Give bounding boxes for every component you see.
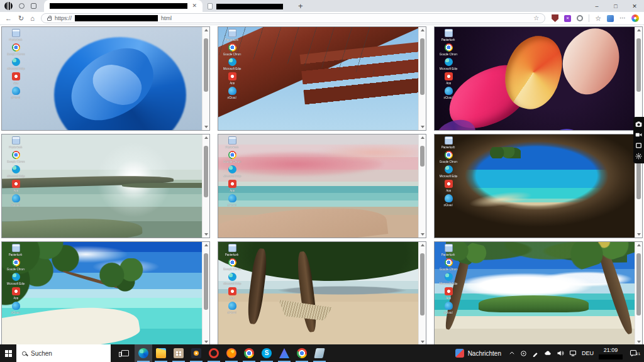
pen-icon[interactable] bbox=[532, 350, 539, 357]
google-chrome-icon bbox=[12, 43, 20, 52]
desktop-icon-recycle-bin: Papierkorb bbox=[436, 29, 460, 41]
taskbar-app-skype[interactable]: S bbox=[258, 344, 275, 362]
scroll-up-arrow[interactable] bbox=[421, 29, 425, 31]
frame-scrollbar[interactable] bbox=[418, 134, 426, 238]
gray-extension-icon[interactable] bbox=[577, 15, 583, 21]
scroll-down-arrow[interactable] bbox=[204, 341, 208, 343]
scroll-up-arrow[interactable] bbox=[637, 244, 641, 246]
firefox-icon bbox=[226, 348, 236, 358]
scroll-up-arrow[interactable] bbox=[204, 136, 208, 139]
desktop-icon-label: Microsoft Edge bbox=[7, 175, 25, 178]
desktop-icon-red-app: App bbox=[436, 180, 460, 192]
taskbar-clock[interactable]: 21:09 bbox=[599, 348, 623, 359]
chevron-up-icon[interactable] bbox=[509, 350, 515, 356]
taskbar-app-movies-tv[interactable] bbox=[187, 344, 205, 362]
red-app-icon bbox=[12, 72, 20, 80]
camera-button[interactable] bbox=[635, 121, 642, 128]
capture-window-button[interactable] bbox=[635, 142, 642, 149]
network-icon[interactable] bbox=[569, 349, 577, 357]
red-app-icon bbox=[445, 180, 453, 188]
window-maximize-button[interactable]: □ bbox=[606, 0, 625, 12]
start-button[interactable] bbox=[0, 344, 16, 362]
frame-scrollbar[interactable] bbox=[202, 242, 209, 344]
frame-scrollbar[interactable] bbox=[418, 242, 426, 344]
google-chrome-icon bbox=[244, 348, 254, 358]
address-bar[interactable]: https:// html ☆ bbox=[41, 13, 545, 23]
scroll-thumb[interactable] bbox=[636, 38, 641, 92]
scroll-down-arrow[interactable] bbox=[204, 233, 208, 236]
scroll-thumb[interactable] bbox=[420, 146, 425, 167]
tab-active[interactable]: ✕ bbox=[44, 0, 203, 12]
scroll-up-arrow[interactable] bbox=[204, 29, 208, 31]
taskbar-app-triangle-app[interactable] bbox=[275, 344, 293, 362]
video-camera-button[interactable] bbox=[635, 131, 642, 138]
taskbar-app-google-chrome[interactable] bbox=[240, 344, 258, 362]
taskbar-app-chrome-2[interactable] bbox=[293, 344, 311, 362]
desktop-frame: PapierkorbGoogle ChromeMicrosoft EdgeApp… bbox=[1, 241, 210, 344]
windows-logo-icon bbox=[5, 350, 12, 357]
desktop-icon-label: Microsoft Edge bbox=[440, 67, 458, 70]
scroll-down-arrow[interactable] bbox=[421, 341, 425, 343]
defender-icon[interactable] bbox=[520, 350, 527, 357]
favorites-icon[interactable]: ☆ bbox=[595, 15, 601, 22]
news-widget-button[interactable]: Nachrichten bbox=[453, 349, 504, 358]
settings-gear-button[interactable] bbox=[635, 153, 642, 160]
window-minimize-button[interactable]: – bbox=[587, 0, 606, 12]
frame-scrollbar[interactable] bbox=[202, 27, 209, 130]
home-icon[interactable]: ⌂ bbox=[30, 15, 35, 22]
triangle-app-icon bbox=[279, 348, 289, 358]
frame-scrollbar[interactable] bbox=[635, 242, 642, 344]
volume-icon[interactable] bbox=[557, 349, 564, 357]
tab-search-icon[interactable] bbox=[19, 3, 25, 9]
scroll-thumb[interactable] bbox=[420, 38, 425, 95]
adblock-extension-icon[interactable] bbox=[552, 14, 558, 22]
scroll-up-arrow[interactable] bbox=[637, 29, 641, 31]
purple-extension-icon[interactable]: ✕ bbox=[564, 15, 571, 22]
vertical-tabs-icon[interactable] bbox=[31, 3, 36, 9]
new-tab-button[interactable]: + bbox=[298, 0, 303, 12]
more-menu-icon[interactable]: ⋯ bbox=[619, 15, 626, 21]
frame-scrollbar[interactable] bbox=[635, 27, 642, 130]
browser-essentials-icon[interactable] bbox=[607, 15, 614, 22]
desktop-frame: PapierkorbGoogle ChromeMicrosoft EdgeApp… bbox=[1, 26, 210, 131]
cloud-icon[interactable] bbox=[544, 349, 552, 357]
wallpaper-abstract-dark-ribbons: PapierkorbGoogle ChromeMicrosoft EdgeApp… bbox=[435, 27, 635, 130]
scroll-thumb[interactable] bbox=[204, 146, 208, 197]
taskbar-app-opera[interactable] bbox=[205, 344, 223, 362]
taskbar-app-microsoft-edge[interactable] bbox=[135, 344, 152, 362]
bookmark-star-icon[interactable]: ☆ bbox=[533, 15, 539, 21]
scroll-down-arrow[interactable] bbox=[204, 126, 208, 128]
back-icon[interactable]: ← bbox=[5, 15, 12, 22]
scroll-down-arrow[interactable] bbox=[421, 126, 425, 128]
taskbar-app-microsoft-store[interactable] bbox=[170, 344, 187, 362]
tab-close-icon[interactable]: ✕ bbox=[192, 3, 197, 9]
tab-inactive[interactable] bbox=[208, 1, 292, 11]
taskbar-app-glass-app[interactable] bbox=[311, 344, 328, 362]
frame-scrollbar[interactable] bbox=[418, 27, 426, 130]
desktop-icon-label: pCloud bbox=[444, 311, 453, 314]
copilot-icon[interactable] bbox=[631, 14, 639, 22]
scroll-up-arrow[interactable] bbox=[421, 136, 425, 139]
clock-time: 21:09 bbox=[604, 348, 618, 353]
window-close-button[interactable]: ✕ bbox=[625, 0, 644, 12]
scroll-down-arrow[interactable] bbox=[421, 233, 425, 236]
scroll-down-arrow[interactable] bbox=[637, 341, 641, 343]
taskbar-search-input[interactable]: Suchen bbox=[16, 344, 111, 362]
scroll-up-arrow[interactable] bbox=[421, 244, 425, 246]
scroll-down-arrow[interactable] bbox=[637, 233, 641, 236]
scroll-thumb[interactable] bbox=[636, 253, 641, 315]
desktop-icon-red-app: App bbox=[4, 72, 28, 85]
taskbar-app-file-explorer[interactable] bbox=[152, 344, 170, 362]
refresh-icon[interactable]: ↻ bbox=[18, 15, 24, 22]
task-view-button[interactable] bbox=[116, 344, 135, 362]
scroll-thumb[interactable] bbox=[204, 253, 208, 310]
taskbar-app-firefox[interactable] bbox=[223, 344, 240, 362]
red-app-icon bbox=[228, 72, 236, 80]
scroll-thumb[interactable] bbox=[204, 38, 208, 92]
frame-scrollbar[interactable] bbox=[202, 134, 209, 238]
keyboard-layout[interactable]: DEU bbox=[582, 350, 594, 356]
scroll-up-arrow[interactable] bbox=[204, 244, 208, 246]
action-center-button[interactable]: 21 bbox=[628, 349, 639, 357]
scroll-thumb[interactable] bbox=[420, 253, 425, 315]
clock-date-redacted bbox=[599, 354, 623, 359]
